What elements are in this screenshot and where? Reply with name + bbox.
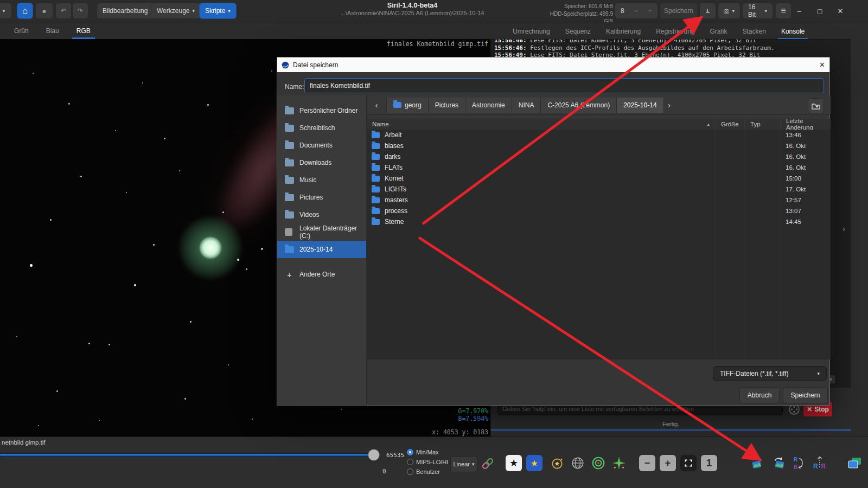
sidebar-item-2025-10-14[interactable]: 2025-10-14 <box>277 241 366 258</box>
dialog-save-button[interactable]: Speichern <box>783 387 828 403</box>
close-button[interactable]: ✕ <box>832 4 848 17</box>
undo-button[interactable]: ↶ <box>55 3 72 19</box>
breadcrumb-item-2025-10-14[interactable]: 2025-10-14 <box>617 98 663 113</box>
channel-tab-grün[interactable]: Grün <box>5 22 37 39</box>
stretch-slider[interactable] <box>0 453 379 457</box>
panel-tab-sequenz[interactable]: Sequenz <box>559 24 597 39</box>
comet-orbit-icon[interactable] <box>549 455 565 471</box>
panel-tab-stacken[interactable]: Stacken <box>736 24 773 39</box>
star <box>68 103 70 105</box>
sidebar-item-music[interactable]: Music <box>277 171 366 189</box>
snapshot-button[interactable]: ▾ <box>718 3 741 19</box>
slider-handle[interactable] <box>368 449 380 461</box>
thread-spinner[interactable]: 8−+ <box>615 3 658 19</box>
star <box>142 82 143 84</box>
column-size[interactable]: Größe <box>716 119 745 130</box>
sidebar-item-andere-orte[interactable]: +Andere Orte <box>277 266 366 283</box>
panel-tab-kalibrierung[interactable]: Kalibrierung <box>599 24 647 39</box>
folder-icon <box>372 154 380 160</box>
cancel-button[interactable]: Abbruch <box>739 387 780 403</box>
zoom-100-button[interactable]: 1 <box>701 455 717 471</box>
chain-link-icon[interactable] <box>481 457 495 472</box>
breadcrumb-label: 2025-10-14 <box>623 101 656 109</box>
breadcrumb-item-nina[interactable]: NINA <box>512 98 541 113</box>
channel-tab-blau[interactable]: Blau <box>37 22 68 39</box>
sidebar-item-downloads[interactable]: Downloads <box>277 154 366 171</box>
redo-button[interactable]: ↷ <box>72 3 88 19</box>
x-icon: ✕ <box>807 406 812 413</box>
sidebar-item-videos[interactable]: Videos <box>277 206 366 223</box>
record-button[interactable]: ● <box>35 3 53 19</box>
star <box>50 219 52 221</box>
mode-radio-benutzer[interactable]: Benutzer <box>407 467 448 476</box>
sort-asc-icon: ▴ <box>707 121 710 127</box>
file-name: Arbeit <box>385 131 401 139</box>
mirror-icon[interactable]: RЯ <box>812 455 828 471</box>
breadcrumb-item-georg[interactable]: georg <box>386 98 429 113</box>
panel-tab-grafik[interactable]: Grafik <box>704 24 734 39</box>
star-profile-icon[interactable] <box>611 455 627 471</box>
column-name[interactable]: Name▴ <box>367 119 716 130</box>
target-icon[interactable] <box>590 455 607 471</box>
file-list[interactable]: Arbeit13:46biases16. Oktdarks16. OktFLAT… <box>367 130 831 359</box>
sidebar-item-lokaler-datentr-ger-c-[interactable]: Lokaler Datenträger (C:) <box>277 223 366 241</box>
bit-depth-select[interactable]: 16 Bit▾ <box>742 3 773 19</box>
breadcrumb-item-pictures[interactable]: Pictures <box>429 98 465 113</box>
scale-select[interactable]: Linear▾ <box>450 456 477 472</box>
home-button[interactable]: ⌂ <box>17 3 33 19</box>
channel-tab-rgb[interactable]: RGB <box>68 22 99 39</box>
zoom-in-button[interactable]: + <box>660 455 676 471</box>
hamburger-arrow-button[interactable]: ▾ <box>0 3 12 19</box>
minimize-button[interactable]: – <box>791 4 807 17</box>
filename-input[interactable] <box>304 78 824 93</box>
sidebar-item-schreibtisch[interactable]: Schreibtisch <box>277 119 366 137</box>
mode-radio-mips-lo-hi[interactable]: MIPS-LO/HI <box>407 458 448 466</box>
dialog-close-button[interactable]: ✕ <box>819 61 825 69</box>
menu-tools[interactable]: Werkzeuge▾ <box>151 3 201 19</box>
file-row[interactable]: FLATs16. Okt <box>367 162 831 173</box>
file-row[interactable]: Komet15:00 <box>367 173 831 184</box>
maximize-button[interactable]: ▢ <box>812 4 828 17</box>
menu-image-processing[interactable]: Bildbearbeitung▾ <box>97 3 159 19</box>
sidebar-item-pers-nlicher-ordner[interactable]: Persönlicher Ordner <box>277 102 366 119</box>
file-row[interactable]: biases16. Okt <box>367 140 831 151</box>
file-row[interactable]: process13:07 <box>367 206 831 216</box>
channel-tab-bar: GrünBlauRGB <box>0 22 491 39</box>
back-icon[interactable]: ‹ <box>371 100 382 110</box>
sidebar-item-pictures[interactable]: Pictures <box>277 189 366 206</box>
file-row[interactable]: Arbeit13:46 <box>367 130 831 140</box>
column-type[interactable]: Typ <box>745 119 781 130</box>
panel-tab-registrierung[interactable]: Registrierung <box>649 24 701 39</box>
forward-icon[interactable]: › <box>664 100 675 110</box>
file-row[interactable]: darks16. Okt <box>367 151 831 162</box>
new-folder-button[interactable] <box>808 98 824 113</box>
column-modified[interactable]: Letzte Änderung <box>781 119 831 130</box>
save-button[interactable]: Speichern <box>660 3 698 19</box>
breadcrumb-item-astronomie[interactable]: Astronomie <box>465 98 512 113</box>
zoom-out-button[interactable]: − <box>639 455 655 471</box>
rotate-right-icon[interactable] <box>770 455 787 471</box>
layers-icon[interactable] <box>846 455 863 471</box>
fit-view-button[interactable] <box>680 455 697 471</box>
mode-radio-min-max[interactable]: Min/Max <box>407 448 448 456</box>
breadcrumb: georgPicturesAstronomieNINAC-2025 A6 (Le… <box>386 98 664 113</box>
panel-tab-umrechnung[interactable]: Umrechnung <box>506 24 557 39</box>
menu-scripts[interactable]: Skripte▾ <box>199 3 237 19</box>
breadcrumb-item-c-2025-a6-lemmon-[interactable]: C-2025 A6 (Lemmon) <box>541 98 617 113</box>
folder-icon <box>285 159 294 166</box>
globe-icon[interactable] <box>570 455 586 471</box>
file-row[interactable]: masters12:57 <box>367 195 831 206</box>
filetype-select[interactable]: TIFF-Dateien (*.tif, *.tiff)▾ <box>713 366 827 381</box>
sidebar-item-documents[interactable]: Documents <box>277 137 366 154</box>
file-row[interactable]: LIGHTs17. Okt <box>367 184 831 195</box>
dialog-titlebar[interactable]: Datei speichern ✕ <box>277 57 829 72</box>
panel-tab-konsole[interactable]: Konsole <box>775 24 811 39</box>
save-as-button[interactable] <box>699 3 716 19</box>
rotate-left-icon[interactable] <box>750 455 766 471</box>
rb-swap-icon[interactable]: RB <box>791 455 807 471</box>
file-row[interactable]: Sterne14:45 <box>367 216 831 227</box>
star-detection-icon[interactable]: ★ <box>526 455 542 471</box>
menu-button[interactable]: ≡ <box>775 3 792 19</box>
photometry-star-icon[interactable]: ★ <box>506 455 522 471</box>
panel-expand-icon[interactable]: › <box>843 224 845 233</box>
